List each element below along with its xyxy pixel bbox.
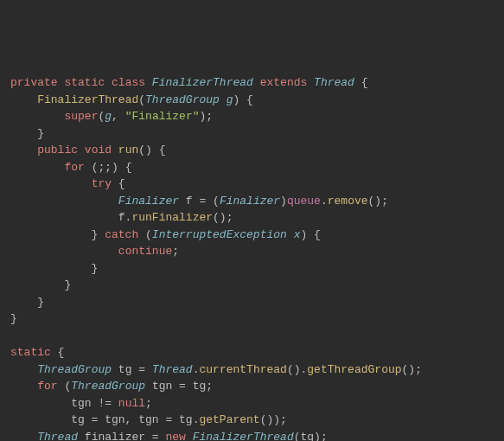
code-token: (	[213, 195, 220, 208]
code-line: tg = tgn, tgn = tg.getParent());	[10, 412, 494, 429]
code-token: InterruptedException	[152, 228, 294, 241]
code-line: tgn != null;	[10, 395, 494, 412]
code-token: static	[10, 346, 58, 359]
code-line: } catch (InterruptedException x) {	[10, 227, 494, 244]
code-token: extends	[260, 76, 314, 89]
code-token: g	[226, 93, 233, 106]
code-token: continue	[118, 245, 172, 258]
code-token: getThreadGroup	[307, 363, 401, 376]
code-token: (	[145, 228, 152, 241]
code-token: FinalizerThread	[193, 431, 294, 442]
code-token: ();	[402, 363, 422, 376]
code-token	[10, 144, 37, 157]
code-token	[10, 363, 37, 376]
code-token: ;	[172, 245, 179, 258]
code-token: getParent	[199, 413, 259, 426]
code-token: private	[10, 76, 64, 89]
code-line: super(g, "Finalizer");	[10, 108, 494, 125]
code-token: Thread	[152, 363, 193, 376]
code-token	[10, 431, 37, 442]
code-token: }	[10, 127, 44, 140]
code-token: =	[138, 363, 152, 376]
code-token: !=	[98, 397, 118, 410]
code-token: }	[10, 228, 105, 241]
code-token: (	[138, 93, 145, 106]
code-line: }	[10, 125, 494, 143]
code-token: Finalizer	[220, 195, 280, 208]
code-token: remove	[328, 195, 368, 208]
code-token	[10, 245, 118, 258]
code-token: g	[105, 110, 112, 123]
code-token: )	[280, 195, 287, 208]
code-token: ();	[213, 211, 233, 224]
code-token: Finalizer	[118, 195, 186, 208]
code-line: }	[10, 310, 494, 328]
code-token: run	[118, 144, 138, 157]
code-token: Thread	[314, 76, 361, 89]
code-token: =	[199, 195, 213, 208]
code-token: tg	[118, 363, 138, 376]
code-line: }	[10, 260, 494, 278]
code-token: () {	[138, 144, 165, 157]
code-line: continue;	[10, 243, 494, 260]
code-line: for (ThreadGroup tgn = tg;	[10, 378, 494, 395]
code-token: {	[118, 177, 125, 190]
code-token	[10, 329, 17, 342]
code-block: private static class FinalizerThread ext…	[10, 74, 494, 441]
code-token: }	[10, 296, 44, 309]
code-token: ) {	[300, 228, 320, 241]
code-token: (tg);	[294, 431, 328, 442]
code-token: = tg;	[179, 380, 213, 393]
code-token: new	[165, 431, 192, 442]
code-line: for (;;) {	[10, 159, 494, 176]
code-token: runFinalizer	[131, 211, 213, 224]
code-token: ) {	[233, 93, 253, 106]
code-token	[10, 380, 37, 393]
code-token: ;	[145, 397, 152, 410]
code-token: ,	[112, 110, 125, 123]
code-token: .	[321, 195, 328, 208]
code-line: private static class FinalizerThread ext…	[10, 74, 494, 92]
code-line	[10, 328, 494, 345]
code-line: Thread finalizer = new FinalizerThread(t…	[10, 429, 494, 442]
code-token: =	[152, 431, 166, 442]
code-token	[10, 93, 37, 106]
code-token	[10, 177, 92, 190]
code-token: FinalizerThread	[152, 76, 260, 89]
code-token: finalizer	[85, 431, 152, 442]
code-token: super	[64, 110, 98, 123]
code-line: FinalizerThread(ThreadGroup g) {	[10, 92, 494, 109]
code-token: tg = tgn, tgn = tg.	[10, 413, 199, 426]
code-token: {	[58, 346, 65, 359]
code-line: static {	[10, 344, 494, 361]
code-token: "Finalizer"	[125, 110, 200, 123]
code-token: }	[10, 262, 98, 275]
code-token: ThreadGroup	[37, 363, 118, 376]
code-token: f.	[10, 211, 131, 224]
code-token: }	[10, 312, 17, 325]
code-line: Finalizer f = (Finalizer)queue.remove();	[10, 193, 494, 210]
code-token: for	[37, 380, 64, 393]
code-token: (;;) {	[92, 161, 132, 174]
code-line: ThreadGroup tg = Thread.currentThread().…	[10, 361, 494, 379]
code-token: );	[200, 110, 214, 123]
code-token: f	[186, 195, 200, 208]
code-token: catch	[105, 228, 145, 241]
code-token: ();	[368, 195, 388, 208]
code-token: {	[361, 76, 368, 89]
code-token: static	[64, 76, 112, 89]
code-token: tgn	[152, 380, 179, 393]
code-token	[10, 161, 64, 174]
code-token: queue	[287, 195, 321, 208]
code-token	[10, 110, 64, 123]
code-token: Thread	[37, 431, 85, 442]
code-line: try {	[10, 176, 494, 193]
code-token: ThreadGroup	[71, 380, 152, 393]
code-token: for	[64, 161, 91, 174]
code-token: ThreadGroup	[145, 93, 226, 106]
code-line: f.runFinalizer();	[10, 209, 494, 227]
code-line: }	[10, 294, 494, 311]
code-token: try	[92, 177, 118, 190]
code-line: public void run() {	[10, 142, 494, 159]
code-token: tgn	[10, 397, 98, 410]
